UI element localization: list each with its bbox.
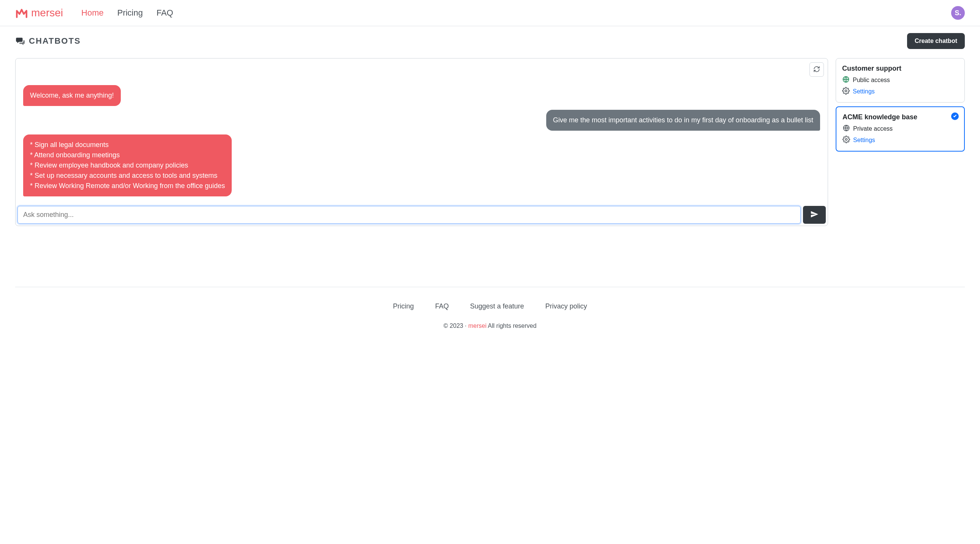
copyright-suffix: All rights reserved: [487, 323, 537, 329]
svg-point-1: [845, 90, 847, 92]
chat-input-row: [16, 204, 828, 226]
user-message: Give me the most important activities to…: [546, 110, 820, 131]
logo-icon: [15, 6, 28, 19]
access-label: Private access: [853, 126, 892, 132]
chatbot-access-row: Public access: [842, 76, 958, 85]
footer-suggest[interactable]: Suggest a feature: [470, 302, 524, 310]
main-nav: Home Pricing FAQ: [81, 8, 173, 18]
chat-panel: Welcome, ask me anything! Give me the mo…: [15, 58, 828, 226]
footer-privacy[interactable]: Privacy policy: [546, 302, 587, 310]
check-icon: [953, 113, 957, 120]
page-title: CHATBOTS: [29, 36, 81, 46]
footer-links: Pricing FAQ Suggest a feature Privacy po…: [15, 302, 965, 310]
svg-point-3: [846, 138, 848, 140]
bot-message: Welcome, ask me anything!: [23, 85, 121, 106]
brand-name: mersei: [31, 7, 63, 19]
footer-pricing[interactable]: Pricing: [393, 302, 414, 310]
chatbot-title: ACME knowledge base: [843, 113, 958, 121]
chatbot-card[interactable]: ACME knowledge base Private access: [836, 107, 965, 151]
footer: Pricing FAQ Suggest a feature Privacy po…: [15, 287, 965, 337]
gear-icon: [843, 136, 850, 145]
chat-input[interactable]: [18, 206, 801, 224]
chatbot-list-sidebar: Customer support Public access: [836, 58, 965, 226]
chatbot-title: Customer support: [842, 65, 958, 73]
brand-logo[interactable]: mersei: [15, 6, 63, 19]
nav-home[interactable]: Home: [81, 8, 104, 18]
avatar[interactable]: S.: [951, 6, 965, 20]
chat-bubbles-icon: [15, 36, 25, 46]
copyright-prefix: © 2023 ·: [444, 323, 468, 329]
subheader-left: CHATBOTS: [15, 36, 81, 46]
access-label: Public access: [853, 77, 890, 84]
top-header: mersei Home Pricing FAQ S.: [0, 0, 980, 26]
chatbot-access-row: Private access: [843, 124, 958, 134]
chatbot-card[interactable]: Customer support Public access: [836, 58, 965, 103]
refresh-button[interactable]: [810, 62, 824, 77]
selected-badge: [951, 113, 959, 120]
subheader: CHATBOTS Create chatbot: [0, 26, 980, 58]
refresh-icon: [813, 66, 820, 74]
footer-brand-link[interactable]: mersei: [468, 323, 487, 329]
globe-icon: [843, 124, 850, 134]
settings-link[interactable]: Settings: [853, 137, 875, 143]
send-button[interactable]: [803, 206, 826, 224]
bot-message: * Sign all legal documents * Attend onbo…: [23, 135, 232, 196]
nav-faq[interactable]: FAQ: [156, 8, 173, 18]
header-left: mersei Home Pricing FAQ: [15, 6, 173, 19]
nav-pricing[interactable]: Pricing: [118, 8, 143, 18]
messages-container: Welcome, ask me anything! Give me the mo…: [16, 59, 828, 204]
footer-faq[interactable]: FAQ: [435, 302, 449, 310]
chatbot-settings-row[interactable]: Settings: [842, 87, 958, 96]
globe-icon: [842, 76, 850, 85]
settings-link[interactable]: Settings: [853, 88, 875, 95]
send-icon: [810, 210, 819, 220]
main-content: Welcome, ask me anything! Give me the mo…: [0, 58, 980, 241]
gear-icon: [842, 87, 850, 96]
copyright: © 2023 · mersei All rights reserved: [15, 323, 965, 329]
create-chatbot-button[interactable]: Create chatbot: [907, 33, 965, 49]
chatbot-settings-row[interactable]: Settings: [843, 136, 958, 145]
